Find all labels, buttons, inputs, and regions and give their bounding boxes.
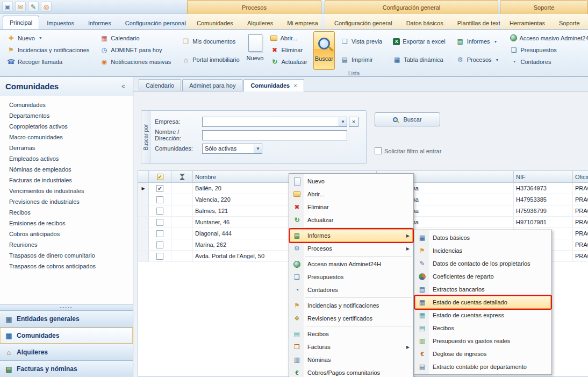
row-checkbox[interactable]: [156, 230, 163, 237]
quick-access-button[interactable]: ✎: [28, 2, 39, 12]
sidebar-item-recibos[interactable]: Recibos: [9, 207, 133, 218]
ribbon-button-tabla-dinamica[interactable]: ▦Tabla dinámica: [391, 54, 447, 66]
ctx-tab-herramientas[interactable]: Herramientas: [503, 17, 551, 29]
menu-item-revisiones-y-certificados[interactable]: ❖Revisiones y certificados: [290, 312, 413, 325]
menu-item-incidencias[interactable]: ⚑Incidencias: [415, 244, 551, 257]
select-all-column-header[interactable]: [149, 171, 171, 182]
ribbon-button-procesos[interactable]: ⚙Procesos▼: [454, 54, 501, 66]
row-checkbox[interactable]: [156, 208, 163, 215]
ribbon-button-imprimir[interactable]: ▤Imprimir: [339, 54, 384, 66]
menu-item-facturas[interactable]: ❒Facturas▶: [290, 340, 413, 353]
icon-column-header[interactable]: [171, 171, 193, 182]
ribbon-button-adminet-para-hoy[interactable]: ◷ADMINET para hoy: [98, 44, 173, 55]
close-tab-icon[interactable]: ×: [293, 82, 297, 89]
tab-informes[interactable]: Informes: [82, 17, 118, 29]
menu-item-coeficientes-de-reparto[interactable]: Coeficientes de reparto: [415, 270, 551, 283]
menu-item-presupuestos[interactable]: ❑Presupuestos: [290, 271, 413, 283]
sidebar-item-previsiones-de-industriales[interactable]: Previsiones de industriales: [9, 196, 133, 207]
menu-item-extracto-contable-por-departamento[interactable]: ▤Extracto contable por departamento: [415, 360, 551, 373]
menu-item-estado-de-cuentas-express[interactable]: ▦Estado de cuentas express: [415, 309, 551, 322]
ctx-tab-mi-empresa[interactable]: Mi empresa: [281, 17, 324, 29]
document-tab-comunidades[interactable]: Comunidades×: [243, 79, 304, 91]
row-checkbox[interactable]: [156, 253, 163, 260]
ribbon-button-nuevo[interactable]: ✚Nuevo▼: [5, 32, 91, 44]
ribbon-button-contadores[interactable]: ◔Contadores: [508, 56, 588, 67]
ctx-tab-datos-basicos[interactable]: Datos básicos: [400, 17, 450, 29]
ribbon-button-calendario[interactable]: ▦Calendario: [98, 32, 173, 44]
clear-empresa-button[interactable]: ×: [349, 117, 358, 127]
row-checkbox[interactable]: [156, 241, 163, 248]
ribbon-button-presupuestos[interactable]: ❑Presupuestos: [508, 44, 588, 55]
sidebar-item-macro-comunidades[interactable]: Macro-comunidades: [9, 132, 133, 143]
ribbon-button-actualizar[interactable]: ↻Actualizar: [268, 56, 309, 67]
sidebar-item-nominas-de-empleados[interactable]: Nóminas de empleados: [9, 164, 133, 175]
ribbon-button-buscar[interactable]: Buscar: [313, 31, 335, 70]
menu-item-eliminar[interactable]: ✖Eliminar: [290, 201, 413, 214]
ribbon-button-notificaciones-masivas[interactable]: ◉Notificaciones masivas: [98, 56, 173, 67]
ctx-tab-comunidades[interactable]: Comunidades: [190, 17, 240, 29]
ribbon-button-mis-documentos[interactable]: ❐Mis documentos: [180, 36, 241, 47]
sidebar-item-departamentos[interactable]: Departamentos: [9, 110, 133, 121]
sidebar-splitter[interactable]: •••••: [0, 304, 133, 310]
nombre-direccion-input[interactable]: [202, 130, 347, 140]
document-tab-calendario[interactable]: Calendario: [139, 79, 181, 91]
menu-item-incidencias-y-notificaciones[interactable]: ⚑Incidencias y notificaciones: [290, 299, 413, 312]
menu-item-acceso-masivo-adminet24h[interactable]: Acceso masivo Adminet24H: [290, 258, 413, 271]
sidebar-item-cobros-anticipados[interactable]: Cobros anticipados: [9, 229, 133, 239]
menu-item-actualizar[interactable]: ↻Actualizar: [290, 214, 413, 226]
ribbon-button-vista-previa[interactable]: ❏Vista previa: [339, 36, 384, 47]
menu-item-cobros-pagos-comunitarios[interactable]: €Cobros/Pagos comunitarios: [290, 366, 413, 377]
sidebar-item-reuniones[interactable]: Reuniones: [9, 239, 133, 250]
ribbon-button-informes[interactable]: ▤Informes▼: [454, 36, 501, 47]
ribbon-button-recoger-llamada[interactable]: ☎Recoger llamada: [5, 56, 91, 67]
ribbon-button-eliminar[interactable]: ✖Eliminar: [268, 44, 309, 55]
menu-item-abrir[interactable]: Abrir...: [290, 188, 413, 201]
menu-item-procesos[interactable]: ⚙Procesos▶: [290, 242, 413, 255]
row-checkbox[interactable]: [156, 196, 163, 203]
sidebar-item-comunidades[interactable]: Comunidades: [9, 99, 133, 110]
sidebar-item-traspasos-de-dinero-comunitario[interactable]: Traspasos de dinero comunitario: [9, 250, 133, 261]
tab-configuracion-personal[interactable]: Configuración personal: [119, 17, 192, 29]
menu-item-nuevo[interactable]: Nuevo: [290, 175, 413, 188]
checkbox-icon[interactable]: [375, 147, 382, 154]
tab-principal[interactable]: Principal: [3, 16, 39, 29]
quick-access-button[interactable]: ▣: [2, 2, 13, 12]
menu-item-datos-de-contacto-de-los-propietarios[interactable]: ✎Datos de contacto de los propietarios: [415, 257, 551, 270]
quick-access-button[interactable]: ◎: [41, 2, 52, 12]
comunidades-combo[interactable]: Sólo activas ▼: [202, 144, 262, 154]
sidebar-item-copropietarios-activos[interactable]: Copropietarios activos: [9, 121, 133, 132]
menu-item-contadores[interactable]: ◔Contadores: [290, 283, 413, 296]
row-checkbox[interactable]: [156, 219, 163, 226]
nav-section-facturas-y-nominas[interactable]: ▤Facturas y nóminas: [0, 360, 133, 377]
solicitar-filtro-checkbox[interactable]: Solicitar filtro al entrar: [375, 147, 441, 154]
menu-item-recibos[interactable]: ▤Recibos: [415, 322, 551, 335]
nav-section-comunidades[interactable]: ▦Comunidades: [0, 327, 133, 344]
ctx-tab-soporte[interactable]: Soporte: [553, 17, 586, 29]
ribbon-button-nuevo[interactable]: Nuevo: [246, 31, 265, 70]
nav-section-alquileres[interactable]: ⌂Alquileres: [0, 344, 133, 360]
menu-item-nominas[interactable]: ▥Nóminas: [290, 353, 413, 366]
ribbon-button-abrir[interactable]: Abrir...: [268, 32, 309, 44]
empresa-combo[interactable]: ▼: [202, 117, 347, 127]
menu-item-extractos-bancarios[interactable]: ▤Extractos bancarios: [415, 283, 551, 296]
sidebar-item-traspasos-de-cobros-anticipados[interactable]: Traspasos de cobros anticipados: [9, 261, 133, 272]
column-header-oficina[interactable]: Oficina: [573, 171, 588, 182]
sidebar-item-facturas-de-industriales[interactable]: Facturas de industriales: [9, 175, 133, 186]
sidebar-item-vencimientos-de-industriales[interactable]: Vencimientos de industriales: [9, 186, 133, 196]
chevron-down-icon[interactable]: ▼: [254, 144, 262, 153]
chevron-down-icon[interactable]: ▼: [339, 117, 347, 126]
collapse-sidebar-button[interactable]: <: [119, 83, 127, 90]
sidebar-item-empleados-activos[interactable]: Empleados activos: [9, 153, 133, 164]
quick-access-button[interactable]: ✉: [15, 2, 26, 12]
menu-item-estado-de-cuentas-detallado[interactable]: ▦Estado de cuentas detallado: [415, 296, 551, 309]
sidebar-item-derramas[interactable]: Derramas: [9, 143, 133, 153]
ctx-tab-alquileres[interactable]: Alquileres: [241, 17, 279, 29]
ribbon-button-acceso-masivo-adminet24h[interactable]: Acceso masivo Adminet24H: [508, 32, 588, 44]
document-tab-adminet-para-hoy[interactable]: Adminet para hoy: [182, 79, 242, 91]
ribbon-button-incidencias-y-notificaciones[interactable]: ⚑Incidencias y notificaciones: [5, 44, 91, 55]
menu-item-recibos[interactable]: ▤Recibos: [290, 328, 413, 340]
ribbon-button-portal-inmobiliario[interactable]: ⌂Portal inmobiliario: [180, 54, 241, 66]
ctx-tab-configuracion-general[interactable]: Configuración general: [328, 17, 399, 29]
nav-section-entidades-generales[interactable]: ▣Entidades generales: [0, 310, 133, 327]
sidebar-item-emisiones-de-recibos[interactable]: Emisiones de recibos: [9, 218, 133, 229]
